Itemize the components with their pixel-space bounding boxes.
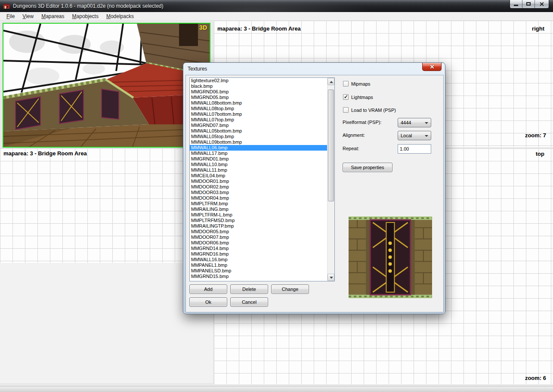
texture-list-item[interactable]: MMDOOR07.bmp [190, 235, 327, 240]
menu-item-file[interactable]: File [3, 12, 19, 20]
viewport-left[interactable]: maparea: 3 - Bridge Room Area [0, 148, 213, 383]
cancel-button[interactable]: Cancel [230, 297, 268, 307]
add-button[interactable]: Add [189, 284, 227, 294]
texture-list: lighttexture02.lmp black.bmp MMGRND06.bm… [190, 78, 327, 281]
texture-list-item[interactable]: MMRAILING.bmp [190, 207, 327, 212]
orientation-label-top: top [536, 151, 544, 157]
scroll-up-button[interactable] [327, 78, 334, 85]
pixelformat-dropdown[interactable]: 4444 [398, 118, 431, 127]
texture-list-item[interactable]: MMDOOR06.bmp [190, 240, 327, 246]
zoom-label-right: zoom: 7 [525, 132, 546, 139]
zoom-label-top: zoom: 6 [525, 375, 546, 381]
dialog-body: lighttexture02.lmp black.bmp MMGRND06.bm… [185, 75, 444, 312]
orientation-label-right: right [532, 25, 544, 32]
menu-item-view[interactable]: View [19, 12, 37, 20]
chevron-down-icon [425, 135, 428, 137]
alignment-value: Local [401, 133, 412, 138]
scene-3d [3, 24, 210, 147]
texture-list-item[interactable]: MMWALL17.bmp [190, 151, 327, 156]
alignment-label: Alignment: [343, 133, 365, 138]
texture-list-item[interactable]: MMDOOR02.bmp [190, 184, 327, 190]
chevron-down-icon [425, 122, 428, 124]
dialog-close-button[interactable] [422, 63, 442, 71]
texture-list-item[interactable]: MMDOOR04.bmp [190, 195, 327, 201]
texture-list-item[interactable]: MMGRND06.bmp [190, 89, 327, 95]
maparea-title-left: maparea: 3 - Bridge Room Area [3, 150, 87, 157]
texture-list-item[interactable]: black.bmp [190, 83, 327, 89]
maximize-button[interactable] [522, 0, 535, 8]
delete-button[interactable]: Delete [230, 284, 268, 294]
texture-list-item[interactable]: MMDOOR03.bmp [190, 190, 327, 195]
texture-list-item[interactable]: MMGRND07.bmp [190, 123, 327, 128]
texture-list-item[interactable]: MMDOOR01.bmp [190, 179, 327, 184]
pixelformat-label: Pixelformat (PSP): [343, 120, 381, 125]
change-button[interactable]: Change [271, 284, 309, 294]
menu-bar: File View Mapareas Mapobjects Modelpacks [0, 12, 553, 21]
viewport-3d-badge: 3D [199, 24, 207, 31]
scroll-down-button[interactable] [327, 274, 334, 281]
texture-list-item[interactable]: MMCEIL04.bmp [190, 173, 327, 179]
texture-list-item[interactable]: MMWALL05top.bmp [190, 134, 327, 139]
texture-list-item[interactable]: MMWALL07bottom.bmp [190, 111, 327, 117]
maparea-title-right: maparea: 3 - Bridge Room Area [217, 25, 301, 32]
app-icon [3, 3, 10, 9]
texture-preview [349, 216, 432, 298]
texture-list-item[interactable]: MMRAILINGTP.bmp [190, 223, 327, 229]
minimize-button[interactable] [510, 0, 522, 8]
app-window: Dungeons 3D Editor 1.0.6 - map001.d2e (n… [0, 0, 553, 392]
ok-button[interactable]: Ok [189, 297, 227, 307]
arrow-up-icon [330, 81, 333, 83]
texture-list-item[interactable]: MMWALL08top.bmp [190, 106, 327, 111]
window-titlebar[interactable]: Dungeons 3D Editor 1.0.6 - map001.d2e (n… [0, 0, 553, 12]
texture-list-item[interactable]: MMGRND01.bmp [190, 156, 327, 162]
window-title: Dungeons 3D Editor 1.0.6 - map001.d2e (n… [13, 3, 164, 9]
menu-item-mapareas[interactable]: Mapareas [37, 12, 68, 20]
texture-list-item[interactable]: MMWALL10.bmp [190, 162, 327, 167]
lightmaps-label: Lightmaps [351, 95, 373, 100]
viewport-3d[interactable]: 3D [3, 23, 210, 148]
dialog-titlebar[interactable]: Textures [183, 63, 445, 75]
checkbox-box-icon [343, 94, 349, 100]
checkbox-box-icon [343, 81, 349, 86]
texture-list-item[interactable]: MMWALL16.bmp [190, 257, 327, 262]
scrollbar-thumb[interactable] [328, 90, 334, 201]
texture-list-item[interactable]: MMPANELSD.bmp [190, 268, 327, 274]
texture-list-item[interactable]: MMPANEL1.bmp [190, 262, 327, 268]
menu-item-modelpacks[interactable]: Modelpacks [102, 12, 138, 20]
texture-list-item[interactable]: MMWALL11.bmp [190, 167, 327, 173]
texture-list-item[interactable]: MMGRND15.bmp [190, 274, 327, 279]
texture-list-item[interactable]: MMWALL08bottom.bmp [190, 100, 327, 106]
texture-list-item[interactable]: MMDOOR05.bmp [190, 229, 327, 235]
texture-list-item[interactable]: lighttexture02.lmp [190, 78, 327, 83]
map-grid [0, 148, 213, 263]
menu-item-mapobjects[interactable]: Mapobjects [68, 12, 102, 20]
repeat-input[interactable] [398, 144, 431, 154]
alignment-dropdown[interactable]: Local [398, 131, 431, 140]
texture-list-item[interactable]: MMGRND05.bmp [190, 95, 327, 100]
checkbox-box-icon [343, 107, 349, 113]
texture-list-item[interactable]: MMWALL06.bmp [190, 145, 327, 151]
arrow-down-icon [330, 277, 333, 279]
texture-list-item[interactable]: MMPLTRFMSD.bmp [190, 218, 327, 223]
texture-listbox[interactable]: lighttexture02.lmp black.bmp MMGRND06.bm… [189, 77, 335, 281]
window-bottom-frame [0, 386, 553, 392]
dialog-title: Textures [188, 66, 207, 72]
texture-list-item[interactable]: MMPLTFRM-L.bmp [190, 212, 327, 218]
caption-buttons [510, 0, 549, 9]
listbox-scrollbar[interactable] [327, 78, 334, 281]
textures-dialog: Textures lighttexture02.lmp black.bmp MM… [183, 62, 445, 314]
repeat-label: Repeat: [343, 146, 359, 151]
load-to-vram-label: Load to VRAM (PSP) [351, 108, 396, 113]
texture-list-item[interactable]: MMWALL05bottom.bmp [190, 128, 327, 134]
close-window-button[interactable] [535, 0, 549, 8]
texture-list-item[interactable]: MMGRND16.bmp [190, 251, 327, 257]
texture-list-item[interactable]: MMGRND14.bmp [190, 246, 327, 251]
save-properties-button[interactable]: Save properties [343, 163, 392, 172]
pixelformat-value: 4444 [401, 120, 411, 125]
texture-list-item[interactable]: MMPLTFRM.bmp [190, 201, 327, 207]
mipmaps-label: Mipmaps [351, 81, 371, 86]
texture-list-item[interactable]: MMWALL09bottom.bmp [190, 139, 327, 145]
texture-list-item[interactable]: MMWALL07top.bmp [190, 117, 327, 123]
